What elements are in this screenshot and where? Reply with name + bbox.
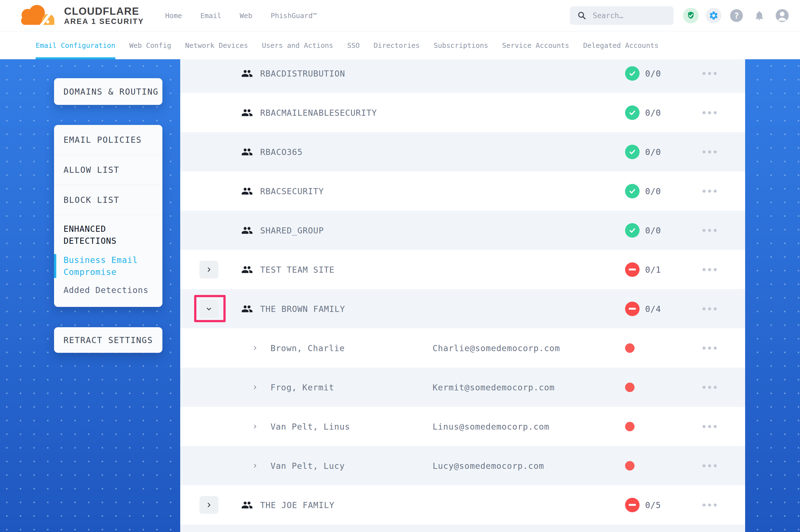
gear-icon[interactable] xyxy=(706,8,722,23)
group-name: RBACDISTRUBUTION xyxy=(260,69,345,78)
tab-sso[interactable]: SSO xyxy=(347,32,360,59)
group-icon xyxy=(241,146,253,158)
member-email: Lucy@somedemocorp.com xyxy=(433,461,544,471)
member-row: Van Pelt, Linus Linus@somedemocorp.com xyxy=(180,407,745,446)
group-icon xyxy=(241,107,253,118)
row-menu-button[interactable] xyxy=(701,502,719,508)
row-menu-button[interactable] xyxy=(701,188,719,194)
group-icon xyxy=(241,68,253,79)
nav-email[interactable]: Email xyxy=(200,12,221,20)
tab-service-accounts[interactable]: Service Accounts xyxy=(502,32,569,59)
tab-web-config[interactable]: Web Config xyxy=(129,32,171,59)
row-menu-button[interactable] xyxy=(701,109,719,116)
sidebar-item-allow-list[interactable]: ALLOW LIST xyxy=(54,155,162,185)
member-count: 0/4 xyxy=(645,304,661,314)
member-row: Van Pelt, Lucy Lucy@somedemocorp.com xyxy=(180,446,745,485)
member-row: Brown, Charlie Charlie@somedemocorp.com xyxy=(180,328,745,367)
expand-row-button[interactable] xyxy=(199,496,218,514)
sidebar-item-email-policies[interactable]: EMAIL POLICIES xyxy=(54,125,162,155)
status-ok-badge xyxy=(625,184,639,198)
chevron-right-icon xyxy=(206,267,212,273)
table-row: THE BROWN FAMILY 0/4 xyxy=(180,289,745,328)
group-name: RBACMAILENABLESECURITY xyxy=(260,108,377,117)
brand-subname: AREA 1 SECURITY xyxy=(64,17,144,25)
shield-check-icon[interactable] xyxy=(683,8,698,23)
row-menu-button[interactable] xyxy=(701,305,719,312)
group-icon xyxy=(241,225,253,236)
chevron-right-icon[interactable] xyxy=(252,463,258,469)
row-menu-button[interactable] xyxy=(701,423,719,430)
group-name: TEST TEAM SITE xyxy=(260,265,334,274)
sidebar-item-added-detections[interactable]: Added Detections xyxy=(54,285,162,295)
member-count: 0/0 xyxy=(645,186,661,196)
row-menu-button[interactable] xyxy=(701,384,719,391)
search-placeholder: Search… xyxy=(593,12,623,20)
row-menu-button[interactable] xyxy=(701,266,719,273)
status-dot xyxy=(625,461,635,471)
nav-phishguard[interactable]: PhishGuard™ xyxy=(271,12,317,20)
status-ok-badge xyxy=(625,145,639,159)
member-count: 0/0 xyxy=(645,147,661,157)
collapse-row-button[interactable] xyxy=(199,300,218,318)
member-email: Kermit@somedemocorp.com xyxy=(433,382,554,392)
tab-subscriptions[interactable]: Subscriptions xyxy=(434,32,488,59)
nav-web[interactable]: Web xyxy=(240,12,252,20)
sidebar-card-retract-settings[interactable]: RETRACT SETTINGS xyxy=(54,327,162,353)
group-icon xyxy=(241,185,253,197)
group-name: SHARED_GROUP xyxy=(260,225,324,235)
sidebar-card-domains-routing[interactable]: DOMAINS & ROUTING xyxy=(54,78,162,105)
table-row: SHARED_GROUP 0/0 xyxy=(180,211,745,250)
tab-delegated-accounts[interactable]: Delegated Accounts xyxy=(583,32,658,59)
member-row: Frog, Kermit Kermit@somedemocorp.com xyxy=(180,367,745,407)
page-background: DOMAINS & ROUTING EMAIL POLICIES ALLOW L… xyxy=(0,59,800,532)
member-name: Van Pelt, Linus xyxy=(271,421,350,431)
brand-name: CLOUDFLARE xyxy=(64,5,144,17)
tab-network-devices[interactable]: Network Devices xyxy=(185,32,248,59)
status-dot xyxy=(625,383,635,392)
status-ok-badge xyxy=(625,66,639,81)
bell-icon[interactable] xyxy=(751,8,767,23)
status-blocked-badge xyxy=(625,302,639,316)
member-name: Van Pelt, Lucy xyxy=(271,461,345,471)
tab-directories[interactable]: Directories xyxy=(374,32,420,59)
row-menu-button[interactable] xyxy=(701,70,719,77)
chevron-right-icon[interactable] xyxy=(252,423,258,430)
row-menu-button[interactable] xyxy=(701,462,719,469)
sidebar-item-domains-routing: DOMAINS & ROUTING xyxy=(63,87,159,97)
table-row: TEST TEAM SITE 0/1 xyxy=(180,250,745,289)
header-icons: ? xyxy=(683,8,790,23)
group-name: RBACSECURITY xyxy=(260,186,324,196)
table-row: RBACSECURITY 0/0 xyxy=(180,171,745,211)
group-name: THE JOE FAMILY xyxy=(260,500,334,510)
member-count: 0/0 xyxy=(645,108,661,117)
group-icon xyxy=(241,303,253,315)
chevron-right-icon[interactable] xyxy=(252,345,258,351)
table-row: RBACMAILENABLESECURITY 0/0 xyxy=(180,93,745,132)
cloudflare-logo[interactable]: CLOUDFLARE AREA 1 SECURITY xyxy=(16,3,144,28)
group-name: RBACO365 xyxy=(260,147,303,157)
row-menu-button[interactable] xyxy=(701,227,719,233)
status-ok-badge xyxy=(625,106,639,120)
directory-groups-table: RBACDISTRUBUTION 0/0 RBACMAILENABLESECUR… xyxy=(180,59,745,532)
sidebar-item-enhanced-detections[interactable]: ENHANCED DETECTIONS xyxy=(54,215,142,247)
help-icon[interactable]: ? xyxy=(729,8,744,23)
status-blocked-badge xyxy=(625,262,639,277)
member-count: 0/0 xyxy=(645,69,661,78)
user-avatar-icon[interactable] xyxy=(775,8,790,23)
expand-row-button[interactable] xyxy=(199,261,218,279)
group-icon xyxy=(241,264,253,276)
chevron-right-icon[interactable] xyxy=(252,384,258,391)
row-menu-button[interactable] xyxy=(701,149,719,155)
nav-home[interactable]: Home xyxy=(165,12,182,20)
tab-users-and-actions[interactable]: Users and Actions xyxy=(262,32,333,59)
tab-email-configuration[interactable]: Email Configuration xyxy=(36,32,115,59)
sidebar-item-business-email-compromise[interactable]: Business Email Compromise xyxy=(54,254,144,278)
top-bar: CLOUDFLARE AREA 1 SECURITY Home Email We… xyxy=(0,0,800,32)
chevron-right-icon xyxy=(206,502,212,508)
sidebar-item-block-list[interactable]: BLOCK LIST xyxy=(54,185,162,215)
row-menu-button[interactable] xyxy=(701,345,719,351)
search-input[interactable]: Search… xyxy=(570,6,674,25)
settings-tab-bar: Email Configuration Web Config Network D… xyxy=(0,32,800,59)
chevron-down-icon xyxy=(206,306,212,312)
member-name: Brown, Charlie xyxy=(271,343,345,353)
